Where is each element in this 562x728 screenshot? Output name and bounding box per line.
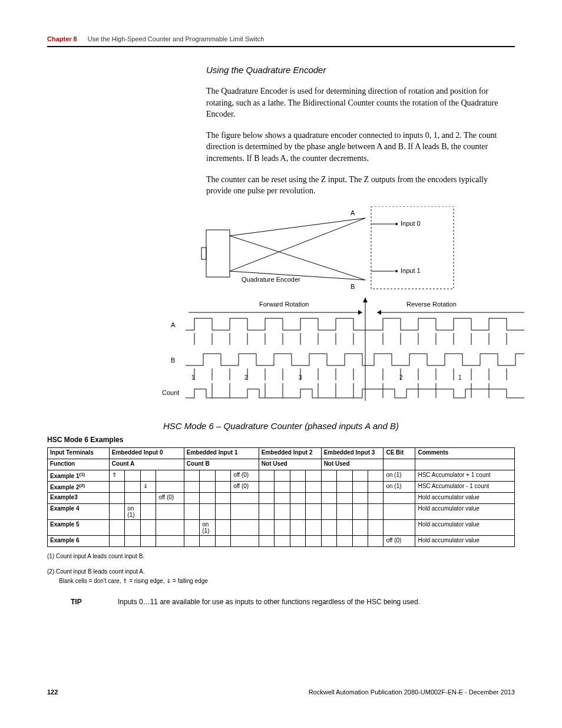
svg-rect-6 xyxy=(371,206,454,289)
table-cell xyxy=(290,481,305,492)
table-cell xyxy=(259,519,274,535)
table-cell xyxy=(156,481,184,492)
tick-2b: 2 xyxy=(399,374,403,381)
table-cell xyxy=(275,470,290,481)
table-cell xyxy=(231,519,259,535)
table-cell xyxy=(352,492,368,503)
page-footer: 122 Rockwell Automation Publication 2080… xyxy=(47,689,515,696)
table-cell xyxy=(231,503,259,519)
table-cell: off (0) xyxy=(156,492,184,503)
table-cell xyxy=(306,535,321,546)
svg-point-10 xyxy=(395,270,398,272)
table-cell xyxy=(156,535,184,546)
table-cell xyxy=(156,519,184,535)
table-cell: on (1) xyxy=(125,503,140,519)
table-cell xyxy=(125,519,140,535)
paragraph-3: The counter can be reset using the Z inp… xyxy=(206,174,515,197)
table-cell xyxy=(290,503,305,519)
publication-id: Rockwell Automation Publication 2080-UM0… xyxy=(309,689,515,696)
table-cell xyxy=(140,535,156,546)
table-cell xyxy=(109,535,124,546)
table-cell xyxy=(384,519,415,535)
table-cell xyxy=(352,470,368,481)
quadrature-diagram: Input 0 Input 1 A B Quadrature Encoder F… xyxy=(153,206,515,409)
row-name: Example 6 xyxy=(48,535,110,546)
table-cell xyxy=(259,535,274,546)
page-header: Chapter 8 Use the High-Speed Counter and… xyxy=(47,35,515,47)
table-cell xyxy=(306,481,321,492)
th-emb1: Embedded Input 1 xyxy=(184,447,259,459)
svg-point-8 xyxy=(395,223,398,225)
table-cell xyxy=(275,481,290,492)
table-cell: on (1) xyxy=(384,481,415,492)
table-cell xyxy=(321,535,336,546)
examples-heading: HSC Mode 6 Examples xyxy=(47,436,515,444)
mode-title: HSC Mode 6 – Quadrature Counter (phased … xyxy=(47,421,515,431)
table-cell xyxy=(368,535,383,546)
table-cell xyxy=(231,535,259,546)
row-comment: Hold accumulator value xyxy=(415,503,515,519)
chapter-label: Chapter 8 xyxy=(47,35,77,42)
tip-row: TIP Inputs 0…11 are available for use as… xyxy=(71,598,515,606)
tick-1a: 1 xyxy=(191,374,195,381)
th-cebit-blank xyxy=(384,459,415,470)
table-row: Example 2(2)⇓off (0)on (1)HSC Accumulato… xyxy=(48,481,515,492)
svg-marker-16 xyxy=(363,298,368,302)
table-row: Example 4on (1)Hold accumulator value xyxy=(48,503,515,519)
table-cell: ⇓ xyxy=(140,481,156,492)
table-cell xyxy=(200,503,215,519)
tip-text: Inputs 0…11 are available for use as inp… xyxy=(118,598,420,606)
table-cell xyxy=(215,535,230,546)
footnote-3: Blank cells = don't care, ⇑ = rising edg… xyxy=(59,577,515,586)
table-cell xyxy=(140,470,156,481)
table-cell xyxy=(215,519,230,535)
svg-rect-1 xyxy=(201,248,206,259)
table-cell xyxy=(215,470,230,481)
section-title: Using the Quadrature Encoder xyxy=(206,65,515,75)
table-cell xyxy=(352,503,368,519)
table-cell xyxy=(109,492,124,503)
table-cell xyxy=(140,503,156,519)
table-cell: on (1) xyxy=(384,470,415,481)
th-notused2: Not Used xyxy=(321,459,384,470)
waveform-row-A: A xyxy=(171,321,176,328)
table-cell xyxy=(352,519,368,535)
th-emb0: Embedded Input 0 xyxy=(109,447,184,459)
waveform-row-count: Count xyxy=(162,389,179,396)
row-comment: Hold accumulator value xyxy=(415,519,515,535)
table-cell xyxy=(184,519,199,535)
table-cell xyxy=(306,470,321,481)
table-cell xyxy=(290,535,305,546)
table-cell xyxy=(337,519,352,535)
table-cell xyxy=(140,519,156,535)
page-number: 122 xyxy=(47,689,58,696)
table-cell xyxy=(352,481,368,492)
row-comment: HSC Accumulator - 1 count xyxy=(415,481,515,492)
table-cell xyxy=(290,519,305,535)
table-cell xyxy=(384,503,415,519)
diagram-label-forward: Forward Rotation xyxy=(259,301,309,308)
svg-line-4 xyxy=(230,236,365,280)
footnotes: (1) Count input A leads count input B. (… xyxy=(47,552,515,586)
table-cell xyxy=(259,503,274,519)
table-cell xyxy=(368,503,383,519)
table-cell xyxy=(109,503,124,519)
diagram-label-input1: Input 1 xyxy=(401,267,421,274)
table-cell: ⇑ xyxy=(109,470,124,481)
table-cell xyxy=(368,492,383,503)
table-row: Example3off (0)Hold accumulator value xyxy=(48,492,515,503)
table-cell xyxy=(337,503,352,519)
footnote-1: (1) Count input A leads count input B. xyxy=(47,552,515,561)
table-cell xyxy=(368,470,383,481)
paragraph-2: The figure below shows a quadrature enco… xyxy=(206,130,515,164)
table-cell xyxy=(321,470,336,481)
table-cell xyxy=(259,470,274,481)
table-cell xyxy=(140,492,156,503)
table-cell xyxy=(384,492,415,503)
th-notused1: Not Used xyxy=(259,459,321,470)
th-comments-blank xyxy=(415,459,515,470)
table-cell: off (0) xyxy=(384,535,415,546)
row-name: Example 2(2) xyxy=(48,481,110,492)
row-comment: Hold accumulator value xyxy=(415,535,515,546)
table-cell xyxy=(125,492,140,503)
